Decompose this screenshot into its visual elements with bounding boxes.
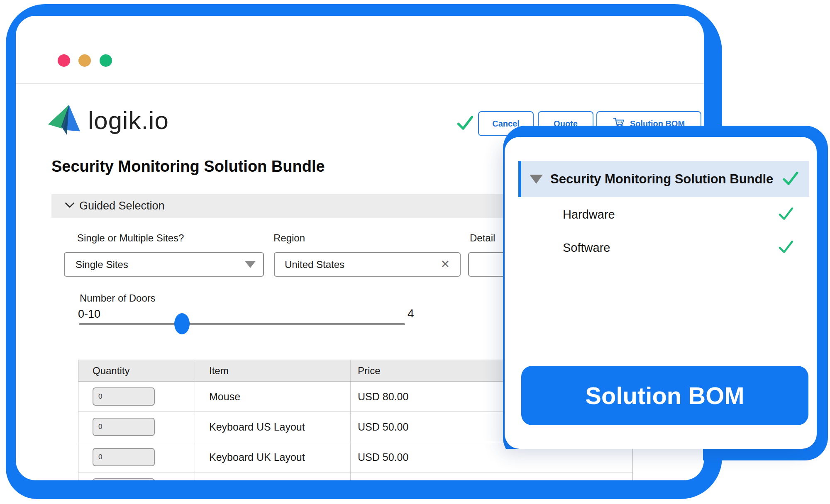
check-icon bbox=[779, 240, 793, 255]
sites-field-label: Single or Multiple Sites? bbox=[77, 232, 184, 244]
check-icon bbox=[783, 171, 798, 187]
paper-plane-icon bbox=[47, 103, 82, 137]
region-field[interactable]: United States ✕ bbox=[274, 252, 461, 277]
region-field-label: Region bbox=[273, 232, 305, 244]
bom-item-label: Software bbox=[563, 241, 610, 255]
traffic-light-close[interactable] bbox=[58, 54, 70, 67]
check-icon bbox=[779, 207, 793, 222]
page-title: Security Monitoring Solution Bundle bbox=[51, 158, 325, 175]
bom-item-hardware[interactable]: Hardware bbox=[520, 203, 800, 226]
sites-select-value: Single Sites bbox=[76, 259, 128, 270]
caret-down-icon bbox=[245, 261, 256, 268]
slider-label: Number of Doors bbox=[80, 292, 156, 304]
titlebar-divider bbox=[16, 83, 704, 84]
slider-range-label: 0-10 bbox=[78, 308, 100, 321]
quantity-input[interactable] bbox=[93, 448, 155, 466]
bundle-tree-item[interactable]: Security Monitoring Solution Bundle bbox=[518, 161, 809, 197]
guided-selection-label: Guided Selection bbox=[79, 200, 165, 212]
caret-down-icon bbox=[530, 175, 543, 184]
item-cell: Keyboard US Layout bbox=[209, 421, 305, 433]
bom-item-software[interactable]: Software bbox=[520, 236, 800, 259]
slider-track[interactable] bbox=[79, 323, 405, 325]
col-header-price: Price bbox=[358, 365, 381, 377]
quantity-input[interactable] bbox=[93, 387, 155, 406]
bom-item-label: Hardware bbox=[563, 208, 615, 222]
logo: logik.io bbox=[47, 103, 169, 138]
col-header-item: Item bbox=[209, 365, 229, 377]
bom-panel: Security Monitoring Solution Bundle Hard… bbox=[505, 137, 817, 449]
cancel-button-label: Cancel bbox=[492, 119, 520, 129]
item-cell: Keyboard UK Layout bbox=[209, 451, 305, 463]
status-check-icon bbox=[457, 115, 473, 132]
traffic-light-zoom[interactable] bbox=[100, 54, 112, 67]
sites-select[interactable]: Single Sites bbox=[64, 252, 264, 277]
traffic-light-minimize[interactable] bbox=[78, 54, 91, 67]
price-cell: USD 50.00 bbox=[358, 451, 408, 463]
col-header-quantity: Quantity bbox=[93, 365, 129, 377]
price-cell: USD 50.00 bbox=[358, 421, 408, 433]
hero-canvas: logik.io Cancel Quote Solution BOM bbox=[0, 0, 830, 504]
detail-field-label: Detail bbox=[470, 232, 495, 244]
solution-bom-cta-button[interactable]: Solution BOM bbox=[521, 366, 808, 425]
quantity-input[interactable] bbox=[93, 418, 155, 436]
clear-x-icon[interactable]: ✕ bbox=[440, 259, 450, 270]
quantity-input[interactable] bbox=[93, 478, 155, 480]
chevron-down-icon bbox=[65, 202, 75, 210]
bundle-label: Security Monitoring Solution Bundle bbox=[550, 172, 775, 187]
logo-text: logik.io bbox=[88, 106, 169, 135]
slider-value: 4 bbox=[408, 307, 414, 320]
item-cell: Mouse bbox=[209, 391, 240, 403]
region-field-value: United States bbox=[285, 259, 344, 270]
table-row: Monitor 1080 USD 2500.00 bbox=[78, 472, 632, 480]
price-cell: USD 80.00 bbox=[358, 391, 408, 403]
slider-thumb[interactable] bbox=[174, 313, 190, 334]
